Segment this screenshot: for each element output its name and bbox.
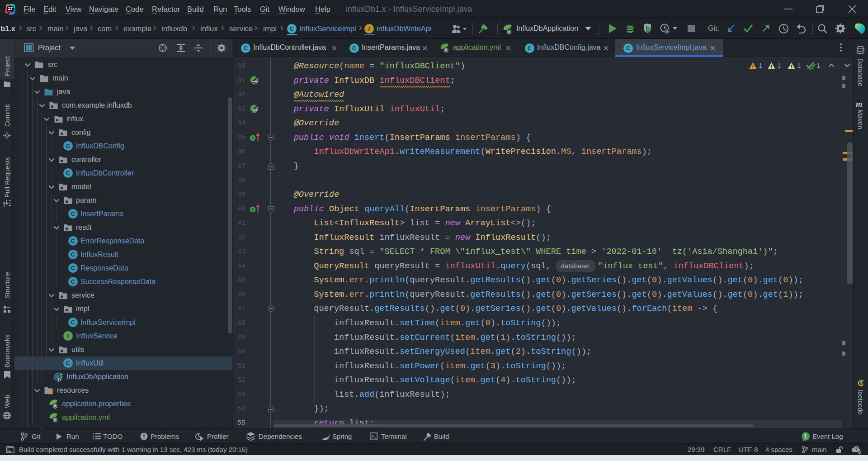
svg-text:?: ? <box>855 447 858 452</box>
